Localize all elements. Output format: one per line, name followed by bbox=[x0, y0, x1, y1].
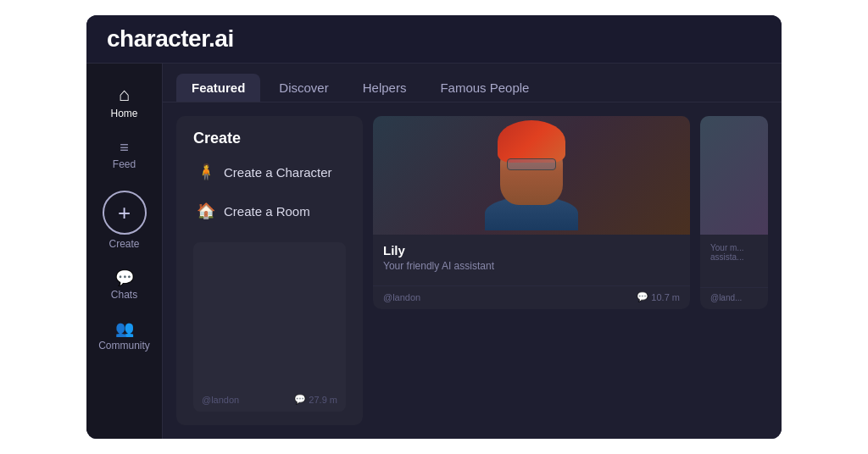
create-circle[interactable]: + bbox=[103, 191, 147, 235]
lily-card-footer: @landon 💬 10.7 m bbox=[373, 285, 690, 309]
home-icon: ⌂ bbox=[119, 86, 130, 104]
lily-card-desc: Your friendly AI assistant bbox=[383, 260, 680, 272]
lily-card-name: Lily bbox=[383, 243, 680, 257]
create-character-option[interactable]: 🧍 Create a Character bbox=[193, 158, 346, 186]
sidebar-item-chats[interactable]: 💬 Chats bbox=[91, 262, 159, 309]
card-lily[interactable]: Lily Your friendly AI assistant @landon … bbox=[373, 116, 690, 309]
cards-row: Lily Your friendly AI assistant @landon … bbox=[373, 116, 768, 309]
partial-card-info: Your m... assista... bbox=[700, 235, 768, 287]
partial-card-footer: @land... bbox=[700, 287, 768, 309]
cards-section: Lily Your friendly AI assistant @landon … bbox=[373, 116, 768, 425]
feed-icon: ≡ bbox=[120, 140, 129, 155]
lily-chat-icon: 💬 bbox=[637, 291, 648, 302]
sidebar: ⌂ Home ≡ Feed + Create 💬 bbox=[86, 64, 163, 439]
create-room-label: Create a Room bbox=[224, 204, 310, 219]
app-header: character.ai bbox=[86, 15, 782, 64]
sidebar-chats-label: Chats bbox=[111, 289, 137, 301]
community-icon: 👥 bbox=[115, 321, 134, 336]
bottom-card-stats: 💬 27.9 m bbox=[294, 394, 337, 405]
character-icon: 🧍 bbox=[197, 163, 215, 181]
lily-portrait bbox=[373, 116, 690, 235]
create-section: Create 🧍 Create a Character 🏠 Create a R… bbox=[176, 116, 363, 425]
main-layout: ⌂ Home ≡ Feed + Create 💬 bbox=[86, 64, 782, 439]
sidebar-item-community[interactable]: 👥 Community bbox=[91, 313, 159, 360]
tab-discover[interactable]: Discover bbox=[264, 74, 343, 102]
chat-bubble-icon: 💬 bbox=[294, 394, 306, 405]
sidebar-item-create[interactable]: + Create bbox=[99, 187, 150, 253]
chats-icon: 💬 bbox=[115, 270, 134, 285]
tab-featured[interactable]: Featured bbox=[176, 74, 260, 102]
app-title: character.ai bbox=[107, 25, 234, 52]
lily-card-author: @landon bbox=[383, 292, 420, 302]
create-character-label: Create a Character bbox=[224, 165, 332, 180]
app-container: character.ai ⌂ Home ≡ Feed + bbox=[86, 15, 782, 439]
create-room-option[interactable]: 🏠 Create a Room bbox=[193, 197, 346, 225]
sidebar-feed-label: Feed bbox=[113, 158, 136, 170]
sidebar-create-label: Create bbox=[108, 238, 139, 250]
sidebar-item-home[interactable]: ⌂ Home bbox=[91, 77, 159, 128]
plus-icon: + bbox=[118, 200, 131, 226]
card-partial[interactable]: Your m... assista... @land... bbox=[700, 116, 768, 309]
room-icon: 🏠 bbox=[197, 202, 215, 220]
partial-card-author: @land... bbox=[710, 293, 742, 302]
content-body: Create 🧍 Create a Character 🏠 Create a R… bbox=[163, 102, 782, 439]
lily-card-info: Lily Your friendly AI assistant bbox=[373, 235, 690, 285]
main-content: Featured Discover Helpers Famous People … bbox=[163, 64, 782, 439]
bottom-card-author: @landon bbox=[202, 395, 239, 405]
partial-card-image bbox=[700, 116, 768, 235]
bottom-card-1: @landon 💬 27.9 m bbox=[193, 242, 346, 412]
sidebar-community-label: Community bbox=[98, 340, 150, 352]
sidebar-item-feed[interactable]: ≡ Feed bbox=[91, 131, 159, 179]
lily-card-image bbox=[373, 116, 690, 235]
sidebar-home-label: Home bbox=[110, 108, 137, 119]
tab-famous-people[interactable]: Famous People bbox=[425, 74, 544, 102]
partial-card-desc: Your m... assista... bbox=[710, 243, 758, 262]
lily-card-stats: 💬 10.7 m bbox=[637, 291, 680, 302]
tab-helpers[interactable]: Helpers bbox=[348, 74, 422, 102]
create-section-title: Create bbox=[193, 130, 346, 147]
tabs-bar: Featured Discover Helpers Famous People bbox=[163, 64, 782, 102]
